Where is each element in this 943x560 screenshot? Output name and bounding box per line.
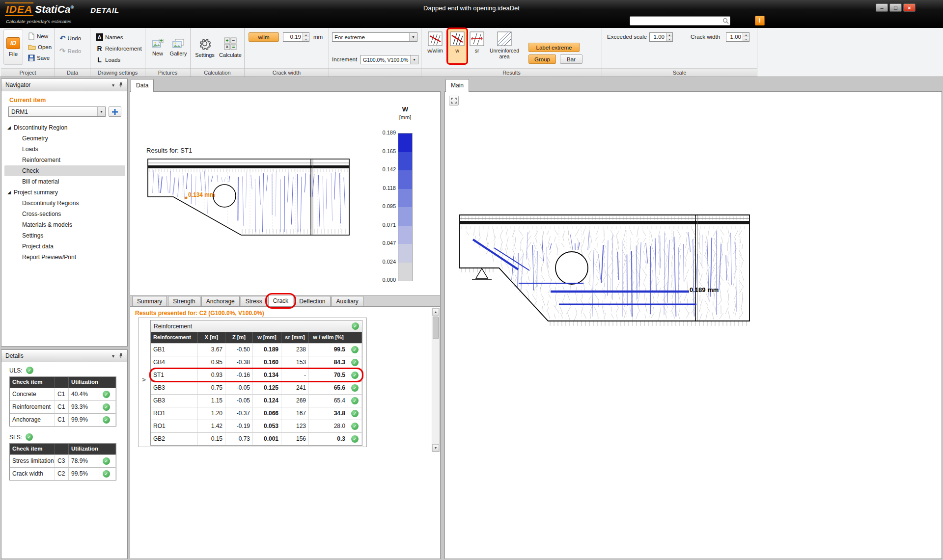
reinforcement-row-gb3[interactable]: GB31.15-0.050.12426965.4✓ <box>151 394 362 407</box>
tree-item-check[interactable]: Check <box>4 165 125 176</box>
status-cell: ✓ <box>348 432 362 445</box>
search-icon[interactable] <box>721 17 730 25</box>
file-button[interactable]: ID File <box>3 29 23 65</box>
label-extreme-button[interactable]: Label extreme <box>528 43 580 52</box>
close-button[interactable]: × <box>903 3 915 12</box>
tab-strength[interactable]: Strength <box>168 296 200 306</box>
reinforcement-row-st1[interactable]: ST10.93-0.160.134-70.5✓ <box>151 369 362 381</box>
expand-view-button[interactable] <box>449 96 459 106</box>
tree-expander-icon[interactable]: ◢ <box>7 190 11 195</box>
search-input[interactable] <box>632 17 721 25</box>
results-sr-button[interactable]: sr <box>468 29 486 63</box>
loads-toggle[interactable]: L Loads <box>94 54 122 65</box>
results-w-wlim-button[interactable]: w/wlim <box>423 29 447 63</box>
wlim-button[interactable]: wlim <box>249 32 279 42</box>
current-item-dropdown[interactable]: DRM1 ▼ <box>8 107 106 117</box>
spin-down-icon[interactable]: ▼ <box>743 37 749 42</box>
pin-icon[interactable] <box>118 353 123 359</box>
tree-item-materials-models[interactable]: Materials & models <box>4 219 125 230</box>
reinforcement-row-gb1[interactable]: GB13.67-0.500.18923899.5✓ <box>151 343 362 356</box>
for-extreme-dropdown[interactable]: For extreme ▼ <box>332 32 417 42</box>
scrollbar-thumb[interactable] <box>433 317 439 339</box>
settings-button[interactable]: Settings <box>194 29 216 66</box>
tree-item-bill-of-material[interactable]: Bill of material <box>4 176 125 187</box>
group-label-crack-width: Crack width <box>245 68 329 77</box>
results-unreinforced-button[interactable]: Unreinforced area <box>487 29 522 63</box>
wlim-value-spinner[interactable]: 0.19 ▲▼ <box>283 32 309 42</box>
tree-item-report-preview-print[interactable]: Report Preview/Print <box>4 252 125 263</box>
column-header[interactable] <box>348 332 362 343</box>
reinforcement-row-gb4[interactable]: GB40.95-0.380.16015384.3✓ <box>151 356 362 369</box>
main-crack-drawing[interactable] <box>445 92 942 559</box>
tree-item-cross-sections[interactable]: Cross-sections <box>4 209 125 219</box>
column-header[interactable]: Reinforcement <box>151 332 198 343</box>
reinforcement-toggle[interactable]: R Reinforcement <box>94 43 143 53</box>
maximize-button[interactable]: □ <box>889 3 902 12</box>
status-ok-icon: ✓ <box>351 372 359 379</box>
check-code-cell: C2 <box>55 467 69 480</box>
minimize-button[interactable]: – <box>876 3 888 12</box>
tree-item-geometry[interactable]: Geometry <box>4 133 125 144</box>
new-button[interactable]: New <box>27 31 53 41</box>
spin-up-icon[interactable]: ▲ <box>666 33 672 37</box>
reinforcement-row-ro1[interactable]: RO11.20-0.370.06616734.8✓ <box>151 407 362 420</box>
gallery-button[interactable]: Gallery <box>169 29 188 66</box>
bar-button[interactable]: Bar <box>560 54 582 64</box>
column-header[interactable]: X [m] <box>198 332 225 343</box>
save-button[interactable]: Save <box>27 53 53 63</box>
column-header[interactable]: Z [m] <box>225 332 253 343</box>
tab-stress[interactable]: Stress <box>241 296 267 306</box>
tab-anchorage[interactable]: Anchorage <box>201 296 240 306</box>
spin-up-icon[interactable]: ▲ <box>743 33 749 37</box>
redo-button[interactable]: ↷ Redo <box>58 46 83 56</box>
scrollbar[interactable]: ▲ ▼ <box>432 308 440 452</box>
tab-auxiliary[interactable]: Auxiliary <box>332 296 363 306</box>
column-header[interactable]: w [mm] <box>253 332 281 343</box>
exceeded-scale-spinner[interactable]: 1.00 ▲▼ <box>649 32 673 42</box>
undo-button[interactable]: ↶ Undo <box>58 33 83 43</box>
scroll-up-icon[interactable]: ▲ <box>432 308 439 316</box>
pin-icon[interactable] <box>118 82 123 88</box>
table-expander[interactable]: > <box>140 375 148 385</box>
main-canvas[interactable]: 0.189 mm <box>444 91 942 559</box>
add-item-button[interactable] <box>109 107 121 117</box>
tree-item-discontinuity-regions[interactable]: Discontinuity Regions <box>4 198 125 209</box>
increment-dropdown[interactable]: G100.0%, V100.0% ▼ <box>361 55 418 64</box>
tree-node-discontinuity-region[interactable]: ◢Discontinuity Region <box>4 122 125 133</box>
tab-summary[interactable]: Summary <box>132 296 167 306</box>
search-box[interactable] <box>630 16 730 26</box>
tree-item-project-data[interactable]: Project data <box>4 241 125 252</box>
chevron-down-icon[interactable]: ▾ <box>112 353 114 359</box>
spin-down-icon[interactable]: ▼ <box>666 37 672 42</box>
reinforcement-row-gb2[interactable]: GB20.150.730.0011560.3✓ <box>151 432 362 445</box>
tree-item-reinforcement[interactable]: Reinforcement <box>4 155 125 165</box>
calculate-button[interactable]: + − × = Calculate <box>218 29 243 66</box>
tree-item-loads[interactable]: Loads <box>4 144 125 155</box>
chevron-down-icon[interactable]: ▾ <box>112 82 114 88</box>
column-header[interactable]: sr [mm] <box>281 332 309 343</box>
group-button[interactable]: Group <box>528 54 556 64</box>
names-toggle[interactable]: A Names <box>94 32 124 42</box>
undo-icon: ↶ <box>59 35 66 42</box>
crack-width-scale-spinner[interactable]: 1.00 ▲▼ <box>726 32 749 42</box>
tree-expander-icon[interactable]: ◢ <box>7 125 11 130</box>
data-canvas[interactable]: Results for: ST1 0.134 mm W [mm] 0.1890.… <box>130 91 441 559</box>
tab-data[interactable]: Data <box>131 79 154 92</box>
column-header[interactable]: w / wlim [%] <box>309 332 348 343</box>
picture-new-button[interactable]: New <box>148 29 167 66</box>
spin-down-icon[interactable]: ▼ <box>303 37 309 42</box>
table-group-header[interactable]: Reinforcement ✓ <box>151 320 362 332</box>
info-button[interactable]: i <box>755 16 765 26</box>
tree-item-settings[interactable]: Settings <box>4 230 125 241</box>
results-w-button[interactable]: w <box>448 29 467 63</box>
details-panel: Details ▾ ULS: ✓ Check itemUtilizationCo… <box>1 349 128 559</box>
tree-node-project-summary[interactable]: ◢Project summary <box>4 187 125 198</box>
tab-deflection[interactable]: Deflection <box>294 296 330 306</box>
tab-main[interactable]: Main <box>445 79 469 92</box>
spin-up-icon[interactable]: ▲ <box>303 33 309 37</box>
scroll-down-icon[interactable]: ▼ <box>432 444 439 452</box>
reinforcement-row-ro1[interactable]: RO11.42-0.190.05312328.0✓ <box>151 420 362 432</box>
open-button[interactable]: Open <box>27 42 53 52</box>
reinforcement-row-gb3[interactable]: GB30.75-0.050.12524165.6✓ <box>151 381 362 394</box>
tab-crack[interactable]: Crack <box>268 295 293 306</box>
